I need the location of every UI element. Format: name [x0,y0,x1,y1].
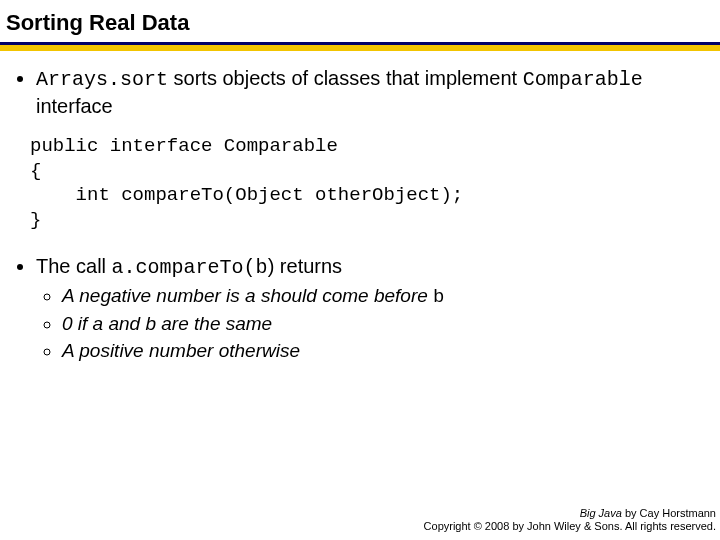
footer: Big Java by Cay Horstmann Copyright © 20… [424,507,716,535]
bullet-list: The call a.compareTo(b) returns A negati… [16,253,708,364]
text-segment: The call [36,255,112,277]
footer-line-1: Big Java by Cay Horstmann [424,507,716,521]
sub-bullet-positive: A positive number otherwise [62,338,708,364]
code-comparable: Comparable [523,68,643,91]
footer-book-title: Big Java [580,507,622,519]
bullet-list: Arrays.sort sorts objects of classes tha… [16,65,708,120]
bullet-arrays-sort: Arrays.sort sorts objects of classes tha… [36,65,708,120]
text-segment: A negative number is a should come befor… [62,285,433,306]
code-block: public interface Comparable { int compar… [30,134,708,233]
code-b: b [433,286,444,308]
footer-copyright: Copyright © 2008 by John Wiley & Sons. A… [424,520,716,534]
sub-bullet-negative: A negative number is a should come befor… [62,283,708,311]
code-arrays-sort: Arrays.sort [36,68,168,91]
text-segment: ) returns [268,255,342,277]
page-title: Sorting Real Data [0,0,720,42]
text-segment: sorts objects of classes that implement [168,67,523,89]
footer-author: by Cay Horstmann [622,507,716,519]
text-segment: interface [36,95,113,117]
code-compareto: a.compareTo(b [112,256,268,279]
content-area: Arrays.sort sorts objects of classes tha… [0,51,720,364]
sub-bullet-zero: 0 if a and b are the same [62,311,708,337]
bullet-compareto: The call a.compareTo(b) returns A negati… [36,253,708,364]
sub-bullet-list: A negative number is a should come befor… [36,283,708,364]
